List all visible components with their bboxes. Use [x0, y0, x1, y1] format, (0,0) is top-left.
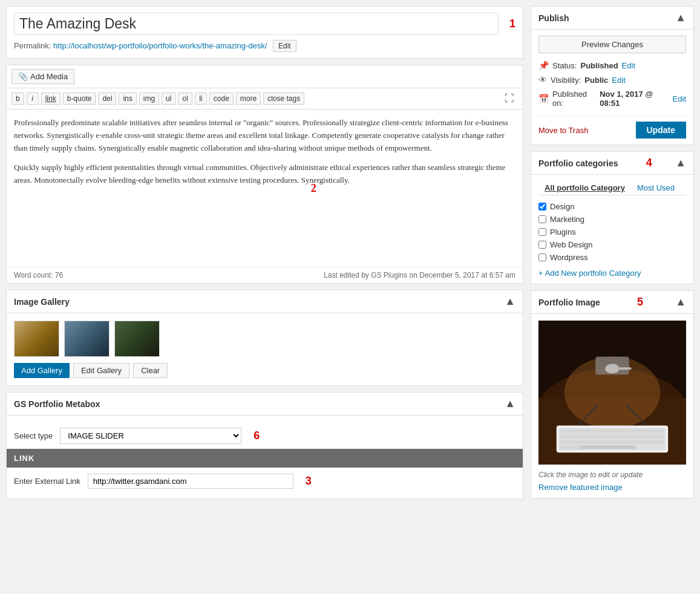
label-number-2: 2: [311, 180, 316, 197]
edit-gallery-button[interactable]: Edit Gallery: [73, 363, 129, 378]
category-list: Design Marketing Plugins Web Design: [538, 200, 686, 264]
gallery-thumb-img-3: [115, 321, 159, 356]
svg-rect-11: [560, 440, 665, 444]
svg-rect-10: [560, 434, 665, 439]
toolbar-link[interactable]: link: [41, 93, 61, 105]
editor-area: 📎 Add Media b i link b-quote del ins img…: [6, 65, 523, 284]
remove-featured-image-link[interactable]: Remove featured image: [538, 483, 686, 492]
portfolio-categories-toggle-icon: ▲: [675, 157, 686, 169]
status-icon: 📌: [538, 60, 549, 70]
visibility-edit-link[interactable]: Edit: [612, 76, 625, 85]
toolbar-code[interactable]: code: [209, 93, 234, 105]
editor-paragraph-2: Quickly supply highly efficient potentia…: [14, 162, 515, 187]
portfolio-image-title: Portfolio Image: [538, 298, 600, 307]
editor-paragraph-1: Professionally predominate scalable init…: [14, 117, 515, 154]
toolbar-img[interactable]: img: [139, 93, 159, 105]
portfolio-image-body: Click the image to edit or update Remove…: [531, 314, 693, 498]
gs-portfolio-metabox-header[interactable]: GS Portfolio Metabox ▲: [7, 393, 523, 416]
update-button[interactable]: Update: [636, 122, 686, 139]
gallery-thumb-1[interactable]: [14, 321, 59, 357]
label-number-6: 6: [254, 429, 260, 442]
gallery-thumb-img-2: [65, 321, 109, 356]
category-item-wordpress: Wordpress: [538, 251, 686, 264]
toolbar-ul[interactable]: ul: [162, 93, 175, 105]
toolbar-bold[interactable]: b: [11, 93, 24, 105]
calendar-icon: 📅: [538, 94, 549, 103]
most-used-tab[interactable]: Most Used: [631, 181, 681, 195]
add-gallery-button[interactable]: Add Gallery: [14, 363, 70, 378]
category-checkbox-wordpress[interactable]: [538, 253, 546, 261]
gs-portfolio-toggle-icon: ▲: [505, 397, 515, 410]
preview-changes-button[interactable]: Preview Changes: [538, 36, 686, 53]
gallery-thumb-2[interactable]: [64, 321, 110, 357]
portfolio-image-box: Portfolio Image 5 ▲: [531, 290, 694, 498]
image-gallery-title: Image Gallery: [14, 297, 70, 307]
add-new-category-link[interactable]: + Add New portfolio Category: [538, 269, 686, 278]
svg-rect-13: [580, 445, 634, 449]
edit-image-hint: Click the image to edit or update: [538, 471, 686, 479]
svg-point-5: [605, 364, 620, 373]
word-count: Word count: 76: [14, 271, 63, 279]
category-checkbox-design[interactable]: [538, 203, 546, 211]
editor-toolbar: b i link b-quote del ins img ul ol li co…: [7, 88, 523, 109]
external-link-label: Enter External Link: [14, 477, 80, 486]
external-link-input[interactable]: [88, 474, 293, 489]
published-on-edit-link[interactable]: Edit: [673, 94, 686, 103]
permalink-edit-button[interactable]: Edit: [273, 40, 296, 52]
portfolio-categories-header[interactable]: Portfolio categories 4 ▲: [531, 152, 693, 175]
publish-box: Publish ▲ Preview Changes 📌 Status: Publ…: [531, 6, 694, 145]
category-label-webdesign: Web Design: [550, 240, 593, 249]
image-gallery-body: Add Gallery Edit Gallery Clear: [7, 313, 523, 385]
toolbar-del[interactable]: del: [98, 93, 116, 105]
toolbar-italic[interactable]: i: [27, 93, 39, 105]
gallery-thumb-3[interactable]: [114, 321, 160, 357]
published-on-row: 📅 Published on: Nov 1, 2017 @ 08:51 Edit: [538, 87, 686, 110]
toolbar-bquote[interactable]: b-quote: [63, 93, 96, 105]
category-checkbox-plugins[interactable]: [538, 228, 546, 236]
publish-actions: Move to Trash Update: [538, 116, 686, 139]
visibility-value: Public: [584, 76, 608, 85]
visibility-row: 👁 Visibility: Public Edit: [538, 73, 686, 87]
add-media-row: 📎 Add Media: [7, 65, 523, 88]
clear-gallery-button[interactable]: Clear: [133, 363, 168, 378]
publish-box-body: Preview Changes 📌 Status: Published Edit…: [531, 30, 693, 145]
publish-box-header[interactable]: Publish ▲: [531, 7, 693, 30]
published-on-value: Nov 1, 2017 @ 08:51: [600, 90, 669, 108]
permalink-link[interactable]: http://localhost/wp-portfolio/portfolio-…: [53, 41, 267, 50]
gallery-actions: Add Gallery Edit Gallery Clear: [14, 363, 515, 378]
add-media-button[interactable]: 📎 Add Media: [11, 69, 74, 84]
add-media-label: Add Media: [30, 72, 68, 81]
post-title-area: 1 Permalink: http://localhost/wp-portfol…: [6, 6, 523, 59]
toolbar-li[interactable]: li: [195, 93, 207, 105]
image-gallery-header[interactable]: Image Gallery ▲: [7, 290, 523, 313]
editor-content[interactable]: Professionally predominate scalable init…: [7, 109, 523, 267]
svg-rect-6: [620, 367, 632, 370]
toolbar-ol[interactable]: ol: [178, 93, 192, 105]
status-row: 📌 Status: Published Edit: [538, 58, 686, 73]
category-checkbox-webdesign[interactable]: [538, 241, 546, 249]
category-item-webdesign: Web Design: [538, 238, 686, 251]
featured-image-container[interactable]: [538, 320, 686, 467]
published-on-label: Published on:: [552, 90, 596, 108]
image-gallery-toggle-icon: ▲: [505, 295, 515, 308]
category-checkbox-marketing[interactable]: [538, 215, 546, 223]
portfolio-image-header[interactable]: Portfolio Image 5 ▲: [531, 291, 693, 314]
all-category-tab[interactable]: All portfolio Category: [538, 181, 631, 195]
status-edit-link[interactable]: Edit: [622, 61, 635, 70]
category-label-design: Design: [550, 202, 574, 211]
post-title-input[interactable]: [14, 13, 499, 35]
toolbar-more[interactable]: more: [236, 93, 261, 105]
gs-portfolio-metabox-title: GS Portfolio Metabox: [14, 399, 100, 409]
link-section: LINK: [7, 449, 523, 468]
link-section-label: LINK: [14, 454, 34, 463]
toolbar-ins[interactable]: ins: [119, 93, 136, 105]
move-to-trash-link[interactable]: Move to Trash: [538, 126, 588, 135]
category-tabs: All portfolio Category Most Used: [538, 181, 686, 195]
label-number-4: 4: [646, 157, 652, 169]
gs-portfolio-metabox: GS Portfolio Metabox ▲ Select type IMAGE…: [6, 392, 523, 499]
select-type-dropdown[interactable]: IMAGE SLIDER VIDEO LINK: [60, 428, 241, 444]
media-icon: 📎: [18, 72, 28, 81]
toolbar-close-tags[interactable]: close tags: [263, 93, 304, 105]
select-type-row: Select type IMAGE SLIDER VIDEO LINK 6: [14, 423, 515, 449]
expand-editor-button[interactable]: ⛶: [501, 92, 518, 105]
